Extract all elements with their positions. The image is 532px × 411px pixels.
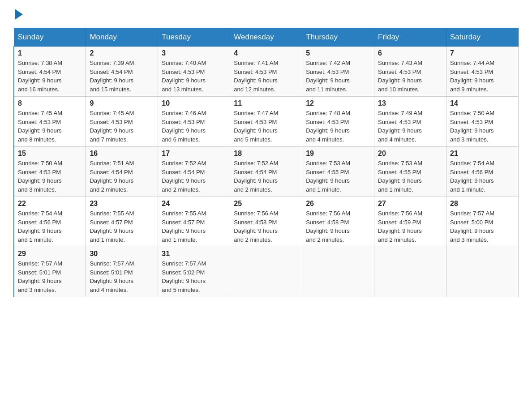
calendar-cell: 22 Sunrise: 7:54 AM Sunset: 4:56 PM Dayl… xyxy=(14,197,86,247)
day-info: Sunrise: 7:56 AM Sunset: 4:58 PM Dayligh… xyxy=(306,209,370,244)
logo-arrow-icon xyxy=(15,9,23,20)
calendar-week-row: 1 Sunrise: 7:38 AM Sunset: 4:54 PM Dayli… xyxy=(14,47,519,97)
day-number: 11 xyxy=(234,99,298,107)
day-number: 1 xyxy=(18,49,82,57)
day-number: 15 xyxy=(18,150,82,158)
day-number: 17 xyxy=(162,150,226,158)
calendar-cell: 25 Sunrise: 7:56 AM Sunset: 4:58 PM Dayl… xyxy=(230,197,302,247)
day-info: Sunrise: 7:51 AM Sunset: 4:54 PM Dayligh… xyxy=(90,159,154,194)
calendar-cell xyxy=(230,247,302,297)
day-info: Sunrise: 7:55 AM Sunset: 4:57 PM Dayligh… xyxy=(90,209,154,244)
calendar-cell: 12 Sunrise: 7:48 AM Sunset: 4:53 PM Dayl… xyxy=(302,97,374,147)
day-info: Sunrise: 7:53 AM Sunset: 4:55 PM Dayligh… xyxy=(306,159,370,194)
calendar-cell: 8 Sunrise: 7:45 AM Sunset: 4:53 PM Dayli… xyxy=(14,97,86,147)
calendar-cell: 2 Sunrise: 7:39 AM Sunset: 4:54 PM Dayli… xyxy=(86,47,158,97)
weekday-header-saturday: Saturday xyxy=(446,28,519,47)
day-info: Sunrise: 7:52 AM Sunset: 4:54 PM Dayligh… xyxy=(234,159,298,194)
day-number: 4 xyxy=(234,49,298,57)
calendar-cell: 20 Sunrise: 7:53 AM Sunset: 4:55 PM Dayl… xyxy=(374,147,446,197)
day-number: 3 xyxy=(162,49,226,57)
day-number: 7 xyxy=(450,49,515,57)
logo xyxy=(13,9,23,19)
day-info: Sunrise: 7:41 AM Sunset: 4:53 PM Dayligh… xyxy=(234,59,298,94)
day-number: 5 xyxy=(306,49,370,57)
day-info: Sunrise: 7:50 AM Sunset: 4:53 PM Dayligh… xyxy=(18,159,82,194)
day-number: 18 xyxy=(234,150,298,158)
day-number: 6 xyxy=(378,49,442,57)
day-number: 19 xyxy=(306,150,370,158)
weekday-header-sunday: Sunday xyxy=(14,28,86,47)
day-info: Sunrise: 7:43 AM Sunset: 4:53 PM Dayligh… xyxy=(378,59,442,94)
day-info: Sunrise: 7:53 AM Sunset: 4:55 PM Dayligh… xyxy=(378,159,442,194)
weekday-header-thursday: Thursday xyxy=(302,28,374,47)
day-number: 23 xyxy=(90,200,154,208)
day-info: Sunrise: 7:48 AM Sunset: 4:53 PM Dayligh… xyxy=(306,109,370,144)
day-number: 2 xyxy=(90,49,154,57)
day-info: Sunrise: 7:52 AM Sunset: 4:54 PM Dayligh… xyxy=(162,159,226,194)
calendar-cell: 7 Sunrise: 7:44 AM Sunset: 4:53 PM Dayli… xyxy=(446,47,519,97)
calendar-cell: 23 Sunrise: 7:55 AM Sunset: 4:57 PM Dayl… xyxy=(86,197,158,247)
day-number: 8 xyxy=(18,99,82,107)
day-info: Sunrise: 7:57 AM Sunset: 5:01 PM Dayligh… xyxy=(18,259,82,294)
day-number: 31 xyxy=(162,250,226,258)
day-info: Sunrise: 7:40 AM Sunset: 4:53 PM Dayligh… xyxy=(162,59,226,94)
calendar-week-row: 22 Sunrise: 7:54 AM Sunset: 4:56 PM Dayl… xyxy=(14,197,519,247)
day-number: 16 xyxy=(90,150,154,158)
calendar-week-row: 29 Sunrise: 7:57 AM Sunset: 5:01 PM Dayl… xyxy=(14,247,519,297)
calendar-cell: 21 Sunrise: 7:54 AM Sunset: 4:56 PM Dayl… xyxy=(446,147,519,197)
calendar-cell: 24 Sunrise: 7:55 AM Sunset: 4:57 PM Dayl… xyxy=(158,197,230,247)
calendar-cell: 6 Sunrise: 7:43 AM Sunset: 4:53 PM Dayli… xyxy=(374,47,446,97)
weekday-header-friday: Friday xyxy=(374,28,446,47)
day-info: Sunrise: 7:54 AM Sunset: 4:56 PM Dayligh… xyxy=(18,209,82,244)
day-number: 30 xyxy=(90,250,154,258)
day-info: Sunrise: 7:57 AM Sunset: 5:00 PM Dayligh… xyxy=(450,209,515,244)
day-number: 29 xyxy=(18,250,82,258)
weekday-header-wednesday: Wednesday xyxy=(230,28,302,47)
day-info: Sunrise: 7:47 AM Sunset: 4:53 PM Dayligh… xyxy=(234,109,298,144)
calendar-header: SundayMondayTuesdayWednesdayThursdayFrid… xyxy=(14,28,519,47)
calendar-cell: 18 Sunrise: 7:52 AM Sunset: 4:54 PM Dayl… xyxy=(230,147,302,197)
day-number: 9 xyxy=(90,99,154,107)
day-info: Sunrise: 7:45 AM Sunset: 4:53 PM Dayligh… xyxy=(18,109,82,144)
calendar-cell: 28 Sunrise: 7:57 AM Sunset: 5:00 PM Dayl… xyxy=(446,197,519,247)
day-info: Sunrise: 7:50 AM Sunset: 4:53 PM Dayligh… xyxy=(450,109,515,144)
day-info: Sunrise: 7:46 AM Sunset: 4:53 PM Dayligh… xyxy=(162,109,226,144)
calendar-cell: 1 Sunrise: 7:38 AM Sunset: 4:54 PM Dayli… xyxy=(14,47,86,97)
day-number: 10 xyxy=(162,99,226,107)
calendar-cell: 27 Sunrise: 7:56 AM Sunset: 4:59 PM Dayl… xyxy=(374,197,446,247)
day-info: Sunrise: 7:57 AM Sunset: 5:01 PM Dayligh… xyxy=(90,259,154,294)
calendar-cell: 17 Sunrise: 7:52 AM Sunset: 4:54 PM Dayl… xyxy=(158,147,230,197)
day-info: Sunrise: 7:56 AM Sunset: 4:58 PM Dayligh… xyxy=(234,209,298,244)
calendar-cell: 11 Sunrise: 7:47 AM Sunset: 4:53 PM Dayl… xyxy=(230,97,302,147)
day-number: 20 xyxy=(378,150,442,158)
calendar-cell xyxy=(374,247,446,297)
day-info: Sunrise: 7:42 AM Sunset: 4:53 PM Dayligh… xyxy=(306,59,370,94)
weekday-header-monday: Monday xyxy=(86,28,158,47)
calendar-cell: 31 Sunrise: 7:57 AM Sunset: 5:02 PM Dayl… xyxy=(158,247,230,297)
day-number: 22 xyxy=(18,200,82,208)
calendar-cell: 15 Sunrise: 7:50 AM Sunset: 4:53 PM Dayl… xyxy=(14,147,86,197)
day-info: Sunrise: 7:45 AM Sunset: 4:53 PM Dayligh… xyxy=(90,109,154,144)
calendar-cell: 10 Sunrise: 7:46 AM Sunset: 4:53 PM Dayl… xyxy=(158,97,230,147)
day-number: 13 xyxy=(378,99,442,107)
calendar-cell: 4 Sunrise: 7:41 AM Sunset: 4:53 PM Dayli… xyxy=(230,47,302,97)
calendar-week-row: 8 Sunrise: 7:45 AM Sunset: 4:53 PM Dayli… xyxy=(14,97,519,147)
calendar-table: SundayMondayTuesdayWednesdayThursdayFrid… xyxy=(13,28,519,297)
calendar-cell: 16 Sunrise: 7:51 AM Sunset: 4:54 PM Dayl… xyxy=(86,147,158,197)
calendar-cell: 9 Sunrise: 7:45 AM Sunset: 4:53 PM Dayli… xyxy=(86,97,158,147)
day-info: Sunrise: 7:39 AM Sunset: 4:54 PM Dayligh… xyxy=(90,59,154,94)
calendar-week-row: 15 Sunrise: 7:50 AM Sunset: 4:53 PM Dayl… xyxy=(14,147,519,197)
weekday-header-tuesday: Tuesday xyxy=(158,28,230,47)
day-info: Sunrise: 7:38 AM Sunset: 4:54 PM Dayligh… xyxy=(18,59,82,94)
day-info: Sunrise: 7:55 AM Sunset: 4:57 PM Dayligh… xyxy=(162,209,226,244)
day-info: Sunrise: 7:44 AM Sunset: 4:53 PM Dayligh… xyxy=(450,59,515,94)
day-info: Sunrise: 7:56 AM Sunset: 4:59 PM Dayligh… xyxy=(378,209,442,244)
calendar-cell: 19 Sunrise: 7:53 AM Sunset: 4:55 PM Dayl… xyxy=(302,147,374,197)
calendar-cell: 30 Sunrise: 7:57 AM Sunset: 5:01 PM Dayl… xyxy=(86,247,158,297)
day-number: 28 xyxy=(450,200,515,208)
day-number: 27 xyxy=(378,200,442,208)
day-info: Sunrise: 7:54 AM Sunset: 4:56 PM Dayligh… xyxy=(450,159,515,194)
calendar-cell: 13 Sunrise: 7:49 AM Sunset: 4:53 PM Dayl… xyxy=(374,97,446,147)
calendar-cell: 26 Sunrise: 7:56 AM Sunset: 4:58 PM Dayl… xyxy=(302,197,374,247)
day-info: Sunrise: 7:57 AM Sunset: 5:02 PM Dayligh… xyxy=(162,259,226,294)
